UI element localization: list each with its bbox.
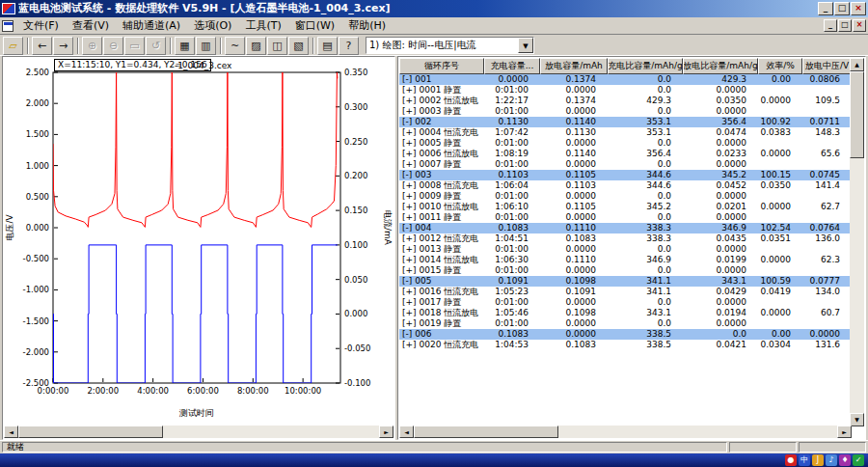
collapse-icon[interactable]: [-] [402,276,412,286]
cycle-row[interactable]: [-]0040.10830.1110338.3346.9102.540.0764 [399,223,852,234]
curve-plot-button[interactable]: ~ [225,37,245,55]
step-row[interactable]: [+]0003 静置0:01:000.00000.00.0000 [399,106,852,117]
step-row[interactable]: [+]0013 静置0:01:000.00000.00.0000 [399,244,852,255]
expand-icon[interactable]: [+] [402,138,417,148]
column-header[interactable]: 循环序号 [399,58,484,74]
chart-horizontal-scrollbar[interactable]: ◄ ► [4,426,393,438]
data-grid-button[interactable]: ▦ [175,37,195,55]
expand-icon[interactable]: [+] [402,202,417,211]
scroll-right-button[interactable]: ► [379,426,393,438]
ime-mode-icon[interactable]: J [812,454,824,466]
scrollbar-thumb[interactable] [414,426,558,438]
expand-icon[interactable]: [+] [402,212,417,222]
step-row[interactable]: [+]0020 恒流充电1:04:530.1083338.50.04210.03… [399,340,852,350]
maximize-button[interactable]: □ [834,2,850,15]
plot-type-select[interactable]: 1) 绘图: 时间--电压|电流 ▼ [366,37,534,54]
expand-icon[interactable]: [+] [402,340,417,349]
volume-icon[interactable]: ♪ [826,454,837,466]
child-close-button[interactable]: × [853,19,866,32]
expand-icon[interactable]: [+] [402,308,417,317]
zoom-reset-button[interactable]: ↺ [146,37,166,55]
save-image-button[interactable]: ▧ [288,37,309,55]
cycle-row[interactable]: [-]0050.10910.1098341.1343.1100.590.0777 [399,276,852,287]
expand-icon[interactable]: [+] [402,127,417,137]
expand-icon[interactable]: [+] [402,255,417,264]
minimize-button[interactable]: _ [818,2,833,15]
step-row[interactable]: [+]0014 恒流放电1:06:300.1110346.90.01990.00… [399,255,852,265]
cycle-row[interactable]: [-]0010.00000.13740.0429.30.000.0806 [399,74,852,85]
scroll-down-button[interactable]: ▼ [850,413,864,426]
combo-dropdown-button[interactable]: ▼ [518,38,533,53]
antivirus-icon[interactable]: ✓ [853,454,864,466]
print-button[interactable]: ▤ [317,37,338,55]
expand-icon[interactable]: [+] [402,234,417,243]
menu-item-tools[interactable]: 工具(T) [238,17,287,34]
cycle-row[interactable]: [-]0060.10830.0000338.50.00.000.0000 [399,329,852,340]
expand-icon[interactable]: [+] [402,180,417,190]
column-header[interactable]: 放电比容量/mAh/g [683,58,758,74]
expand-icon[interactable]: [+] [402,85,417,95]
column-header[interactable]: 充电比容量/mAh/g [608,58,683,74]
child-window-icon[interactable] [2,20,14,32]
system-taskbar[interactable]: ●中J♪♦✓ [0,453,868,467]
step-row[interactable]: [+]0017 静置0:01:000.00000.00.0000 [399,297,852,308]
scrollbar-track[interactable] [18,426,379,438]
close-button[interactable]: × [851,2,866,15]
column-header[interactable]: 效率/% [758,58,802,74]
step-row[interactable]: [+]0004 恒流充电1:07:420.1130353.10.04740.03… [399,127,852,138]
step-row[interactable]: [+]0012 恒流充电1:04:510.1083338.30.04350.03… [399,234,852,244]
step-grid-button[interactable]: ▥ [196,37,216,55]
menu-item-aux-channel[interactable]: 辅助通道(A) [116,17,187,34]
cycle-plot-button[interactable]: ▨ [246,37,266,55]
expand-icon[interactable]: [+] [402,287,417,296]
child-minimize-button[interactable]: _ [824,19,837,32]
collapse-icon[interactable]: [-] [402,117,412,126]
open-file-button[interactable]: ▱ [3,37,23,55]
collapse-icon[interactable]: [-] [402,329,412,339]
expand-icon[interactable]: [+] [402,149,417,158]
column-header[interactable]: 充电容量... [484,58,540,74]
step-row[interactable]: [+]0010 恒流放电1:06:100.1105345.20.02010.00… [399,202,852,212]
help-button[interactable]: ? [339,37,359,55]
step-row[interactable]: [+]0007 静置0:01:000.00000.00.0000 [399,159,852,170]
step-row[interactable]: [+]0016 恒流充电1:05:230.1091341.10.04290.04… [399,287,852,297]
copy-chart-button[interactable]: ◫ [267,37,287,55]
expand-icon[interactable]: [+] [402,159,417,169]
column-header[interactable]: 放电中压/V [802,58,852,74]
scroll-left-button[interactable]: ◄ [399,426,414,438]
zoom-out-button[interactable]: ⊖ [103,37,123,55]
expand-icon[interactable]: [+] [402,297,417,307]
expand-icon[interactable]: [+] [402,106,417,116]
scrollbar-track[interactable] [850,71,864,413]
expand-icon[interactable]: [+] [402,265,417,275]
menu-item-window[interactable]: 窗口(W) [288,17,341,34]
child-restore-button[interactable]: □ [838,19,852,32]
menu-item-view[interactable]: 查看(V) [66,17,116,34]
scrollbar-thumb[interactable] [850,71,864,158]
menu-item-options[interactable]: 选项(O) [187,17,238,34]
collapse-icon[interactable]: [-] [402,170,412,179]
scroll-left-button[interactable]: ◄ [4,426,18,438]
chart-plot[interactable]: 2.5002.0001.5001.0000.5000.000-0.500-1.0… [3,57,394,426]
ime-chinese-icon[interactable]: 中 [799,454,810,466]
step-row[interactable]: [+]0009 静置0:01:000.00000.00.0000 [399,191,852,202]
cycle-row[interactable]: [-]0020.11300.1140353.1356.4100.920.0711 [399,117,852,127]
collapse-icon[interactable]: [-] [402,223,412,233]
step-row[interactable]: [+]0006 恒流放电1:08:190.1140356.40.02330.00… [399,149,852,159]
step-row[interactable]: [+]0008 恒流充电1:06:040.1103344.60.04520.03… [399,180,852,191]
scroll-right-button[interactable]: ► [837,426,852,438]
table-vertical-scrollbar[interactable]: ▲ ▼ [850,58,864,426]
expand-icon[interactable]: [+] [402,318,417,328]
step-row[interactable]: [+]0011 静置0:01:000.00000.00.0000 [399,212,852,223]
expand-icon[interactable]: [+] [402,191,417,201]
messenger-icon[interactable]: ♦ [839,454,851,466]
step-row[interactable]: [+]0018 恒流放电1:05:460.1098343.10.01940.00… [399,308,852,318]
cycle-row[interactable]: [-]0030.11030.1105344.6345.2100.150.0745 [399,170,852,180]
zoom-in-button[interactable]: ⊕ [82,37,102,55]
expand-icon[interactable]: [+] [402,96,417,105]
menu-item-file[interactable]: 文件(F) [16,17,66,34]
step-row[interactable]: [+]0019 静置0:01:000.00000.00.0000 [399,318,852,329]
expand-icon[interactable]: [+] [402,244,417,254]
collapse-icon[interactable]: [-] [402,74,412,84]
lanhe-tray-icon[interactable]: ● [785,454,797,466]
